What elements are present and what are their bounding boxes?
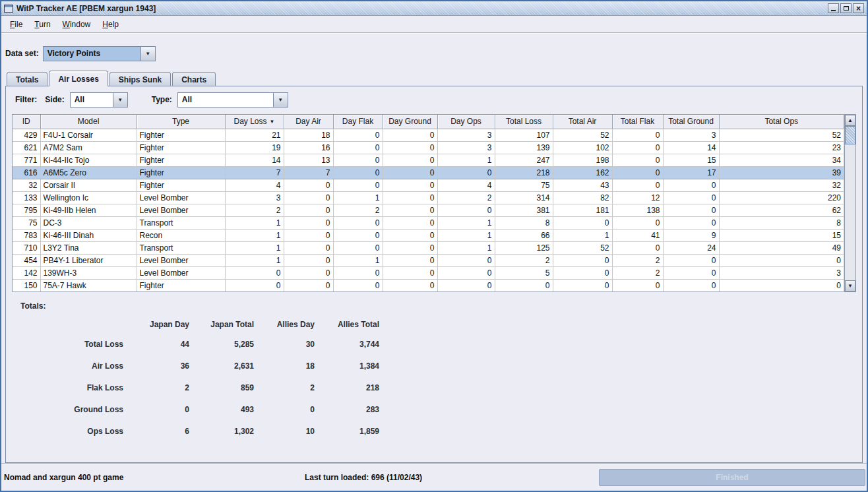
cell-total-ops: 220: [719, 191, 844, 204]
menu-help[interactable]: Help: [96, 17, 125, 32]
table-row[interactable]: 621A7M2 SamFighter191600313910201423: [13, 141, 844, 154]
cell-day-air: 0: [284, 204, 333, 216]
table-row[interactable]: 133Wellington IcLevel Bomber301023148212…: [13, 191, 844, 204]
table-row[interactable]: 771Ki-44-IIc TojoFighter1413001247198015…: [13, 154, 844, 166]
table-row[interactable]: 710L3Y2 TinaTransport100011255202449: [13, 241, 844, 254]
type-filter-label: Type:: [152, 95, 172, 104]
cell-model: Corsair II: [40, 179, 137, 191]
cell-type: Transport: [137, 241, 225, 254]
type-filter-arrow-button[interactable]: ▼: [273, 93, 288, 107]
menu-window[interactable]: Window: [57, 17, 97, 32]
side-filter-arrow-button[interactable]: ▼: [113, 93, 127, 107]
finished-button[interactable]: Finished: [599, 469, 865, 486]
cell-total-ground: 0: [663, 216, 719, 229]
column-header-total-loss[interactable]: Total Loss: [495, 115, 553, 129]
cell-day-loss: 14: [225, 154, 284, 166]
cell-total-ops: 15: [719, 229, 844, 241]
cell-day-ops: 1: [437, 229, 495, 241]
column-header-id[interactable]: ID: [13, 115, 40, 129]
column-header-type[interactable]: Type: [137, 115, 225, 129]
window-icon: [4, 5, 13, 13]
totals-value-air-loss-allies-total: 1,384: [319, 356, 383, 378]
scrollbar-track[interactable]: [845, 144, 855, 280]
totals-section: Totals: Japan DayJapan TotalAllies DayAl…: [6, 292, 862, 443]
tab-ships-sunk[interactable]: Ships Sunk: [109, 72, 171, 86]
cell-day-flak: 0: [333, 154, 383, 166]
table-row[interactable]: 783Ki-46-III DinahRecon1000166141915: [13, 229, 844, 241]
cell-total-ops: 8: [719, 216, 844, 229]
dataset-combo-arrow-button[interactable]: ▼: [140, 47, 155, 61]
cell-day-flak: 0: [333, 129, 383, 141]
maximize-button[interactable]: [840, 3, 852, 13]
column-header-total-ops[interactable]: Total Ops: [719, 115, 844, 129]
cell-total-loss: 5: [495, 266, 553, 279]
side-filter-value: All: [71, 93, 113, 107]
column-header-day-loss[interactable]: Day Loss▼: [225, 115, 284, 129]
cell-day-loss: 21: [225, 129, 284, 141]
cell-day-ops: 3: [437, 141, 495, 154]
cell-day-air: 0: [284, 266, 333, 279]
menu-turn[interactable]: Turn: [28, 17, 56, 32]
cell-total-ground: 9: [663, 229, 719, 241]
cell-model: Ki-46-III Dinah: [40, 229, 137, 241]
cell-id: 150: [13, 279, 40, 292]
totals-row-label-ground-loss: Ground Loss: [20, 400, 133, 421]
cell-day-ground: 0: [383, 166, 437, 179]
cell-total-ops: 23: [719, 141, 844, 154]
cell-total-loss: 314: [495, 191, 553, 204]
window-title: WitP Tracker AE [PBEM xargun 1943]: [16, 4, 156, 13]
column-header-day-ground[interactable]: Day Ground: [383, 115, 437, 129]
table-row[interactable]: 142139WH-3Level Bomber0000050203: [13, 266, 844, 279]
table-row[interactable]: 454PB4Y-1 LiberatorLevel Bomber101002020…: [13, 254, 844, 266]
totals-value-total-loss-allies-total: 3,744: [319, 334, 383, 356]
cell-day-flak: 0: [333, 216, 383, 229]
cell-day-ground: 0: [383, 229, 437, 241]
scroll-up-button[interactable]: ▲: [845, 115, 855, 126]
column-header-total-flak[interactable]: Total Flak: [612, 115, 663, 129]
minimize-button[interactable]: [828, 3, 839, 13]
cell-total-ground: 0: [663, 266, 719, 279]
table-row[interactable]: 15075A-7 HawkFighter0000000000: [13, 279, 844, 292]
scrollbar-thumb[interactable]: [845, 126, 855, 144]
side-filter-combo[interactable]: All ▼: [70, 92, 128, 108]
cell-total-ops: 0: [719, 279, 844, 292]
column-header-total-ground[interactable]: Total Ground: [663, 115, 719, 129]
tab-air-losses[interactable]: Air Losses: [49, 71, 108, 86]
table-row[interactable]: 616A6M5c ZeroFighter7700021816201739: [13, 166, 844, 179]
cell-total-ground: 0: [663, 204, 719, 216]
column-header-day-ops[interactable]: Day Ops: [437, 115, 495, 129]
cell-model: L3Y2 Tina: [40, 241, 137, 254]
close-button[interactable]: ×: [853, 3, 864, 13]
column-header-day-flak[interactable]: Day Flak: [333, 115, 383, 129]
cell-total-air: 162: [553, 166, 612, 179]
cell-total-loss: 218: [495, 166, 553, 179]
cell-day-ground: 0: [383, 154, 437, 166]
cell-total-flak: 2: [612, 266, 663, 279]
scroll-down-button[interactable]: ▼: [845, 280, 855, 292]
type-filter-combo[interactable]: All ▼: [177, 92, 288, 108]
table-row[interactable]: 75DC-3Transport1000180008: [13, 216, 844, 229]
table-row[interactable]: 429F4U-1 CorsairFighter2118003107520352: [13, 129, 844, 141]
cell-id: 32: [13, 179, 40, 191]
air-losses-table-viewport: IDModelTypeDay Loss▼Day AirDay FlakDay G…: [12, 114, 856, 292]
table-row[interactable]: 32Corsair IIFighter4000475430032: [13, 179, 844, 191]
cell-id: 795: [13, 204, 40, 216]
table-row[interactable]: 795Ki-49-IIb HelenLevel Bomber2020038118…: [13, 204, 844, 216]
cell-total-ops: 49: [719, 241, 844, 254]
cell-total-ground: 24: [663, 241, 719, 254]
tab-totals[interactable]: Totals: [7, 72, 47, 86]
vertical-scrollbar[interactable]: ▲ ▼: [844, 115, 855, 292]
cell-total-ops: 32: [719, 179, 844, 191]
column-header-total-air[interactable]: Total Air: [553, 115, 612, 129]
menu-bar: FileTurnWindowHelp: [1, 16, 867, 33]
cell-day-air: 0: [284, 216, 333, 229]
tab-charts[interactable]: Charts: [172, 72, 216, 86]
column-header-day-air[interactable]: Day Air: [284, 115, 333, 129]
cell-day-ground: 0: [383, 279, 437, 292]
totals-value-ground-loss-japan-day: 0: [133, 400, 193, 421]
menu-file[interactable]: File: [4, 17, 28, 32]
column-header-model[interactable]: Model: [40, 115, 137, 129]
cell-day-loss: 1: [225, 216, 284, 229]
dataset-combo[interactable]: Victory Points ▼: [43, 46, 156, 61]
chevron-down-icon: ▼: [117, 97, 123, 103]
